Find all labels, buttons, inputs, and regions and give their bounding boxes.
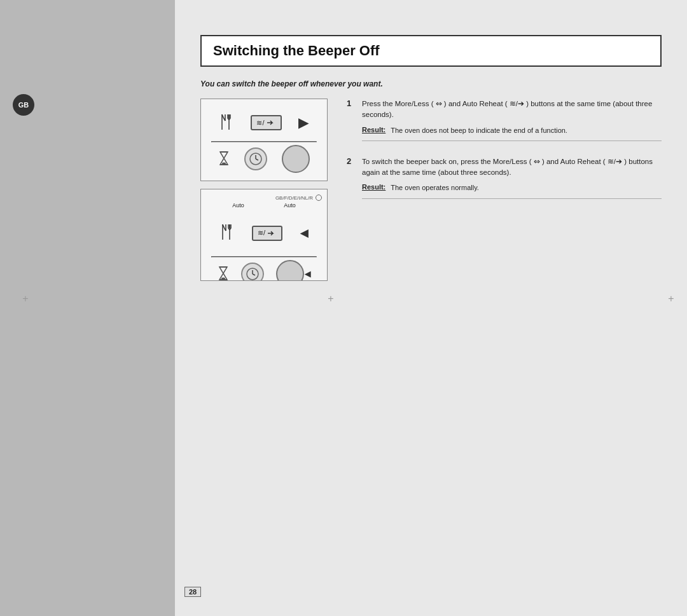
page-title: Switching the Beeper Off [213, 43, 649, 59]
step-1-result: Result: The oven does not beep to indica… [362, 126, 662, 135]
svg-point-8 [222, 162, 226, 164]
step-2-number: 2 [347, 156, 356, 204]
panel-controls-2: ≋/ ◀ [206, 210, 322, 281]
main-content: Switching the Beeper Off You can switch … [175, 0, 687, 616]
result-label-2: Result: [362, 183, 385, 193]
more-less-combo: ◀ [276, 260, 310, 281]
arrow-indicator-1: ▶ [298, 115, 308, 130]
step-2-divider [362, 198, 662, 199]
step-2-result: Result: The oven operates normally. [362, 183, 662, 193]
diagram-1: ≋/ ▶ [200, 99, 328, 181]
controls-bottom-row-2: ◀ [206, 257, 322, 281]
crosshair-right [665, 292, 677, 305]
result-text-2: The oven operates normally. [391, 183, 479, 193]
result-text-1: The oven does not beep to indicate the e… [391, 126, 567, 135]
food-icon-2 [220, 223, 234, 243]
arrow-indicator-2: ◀ [300, 227, 308, 239]
clock-knob-2 [241, 263, 264, 281]
region-row: GB/F/D/E/I/NL/R [206, 195, 322, 201]
svg-point-20 [221, 277, 225, 279]
page-number: 28 [184, 587, 201, 597]
step-1-number: 1 [347, 99, 356, 146]
auto-labels-row: Auto Auto [206, 202, 322, 209]
gb-badge: GB [13, 94, 34, 116]
crosshair-left [19, 292, 32, 305]
svg-line-23 [253, 274, 255, 275]
hourglass-icon [218, 151, 230, 168]
title-box: Switching the Beeper Off [200, 35, 662, 67]
auto-label-1: Auto [232, 202, 244, 209]
step-2: 2 To switch the beeper back on, press th… [347, 156, 662, 204]
step-1-content: Press the More/Less ( ⇔ ) and Auto Rehea… [362, 99, 662, 146]
clock-knob [244, 147, 267, 170]
step-1-divider [362, 140, 662, 141]
auto-label-2: Auto [284, 202, 296, 209]
controls-bottom-row-1 [206, 142, 322, 175]
controls-top-row-2: ≋/ ◀ [206, 210, 322, 256]
content-area: You can switch the beeper off whenever y… [200, 79, 662, 289]
controls-top-row-1: ≋/ ▶ [206, 104, 322, 141]
crosshair-center [324, 292, 337, 305]
step-1: 1 Press the More/Less ( ⇔ ) and Auto Reh… [347, 99, 662, 146]
large-knob-1 [282, 145, 310, 173]
diagram-2: GB/F/D/E/I/NL/R Auto Auto [200, 189, 328, 281]
reheat-combo-icon: ≋/ [251, 115, 281, 130]
subtitle: You can switch the beeper off whenever y… [200, 79, 662, 88]
diagrams-column: ≋/ ▶ [200, 99, 328, 289]
panel-controls-1: ≋/ ▶ [206, 104, 322, 175]
steps-layout: ≋/ ▶ [200, 99, 662, 289]
food-icon [219, 113, 233, 133]
large-knob-2 [276, 260, 304, 281]
reheat-combo-icon-2: ≋/ [252, 226, 282, 241]
region-label: GB/F/D/E/I/NL/R [275, 195, 313, 201]
result-label-1: Result: [362, 126, 385, 135]
step-1-text: Press the More/Less ( ⇔ ) and Auto Rehea… [362, 99, 662, 121]
hourglass-icon-2 [218, 266, 229, 282]
svg-line-11 [256, 159, 258, 160]
step-2-text: To switch the beeper back on, press the … [362, 156, 662, 179]
sidebar: GB [0, 0, 175, 616]
step-2-content: To switch the beeper back on, press the … [362, 156, 662, 204]
steps-column: 1 Press the More/Less ( ⇔ ) and Auto Reh… [347, 99, 662, 289]
